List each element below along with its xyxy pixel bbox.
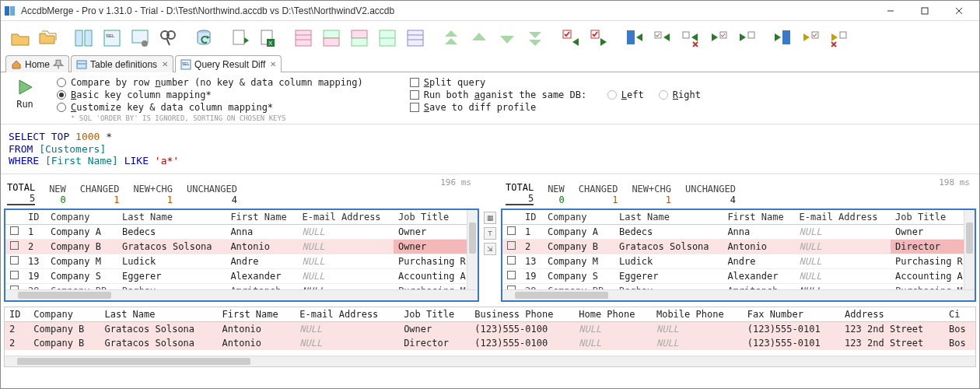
stat-total[interactable]: TOTAL5 — [7, 182, 35, 205]
svg-marker-36 — [472, 33, 486, 40]
check-run-both-box[interactable] — [410, 90, 419, 100]
nav-prev-diff-button[interactable] — [466, 26, 492, 51]
table-row[interactable]: 19Company SEggererAlexanderNULLAccountin… — [502, 268, 975, 283]
merge-right-all-button[interactable] — [769, 26, 796, 51]
check-apply-2-button[interactable] — [586, 26, 612, 51]
radio-basic-key[interactable]: Basic key column mapping* — [57, 89, 363, 100]
grid-view-4-button[interactable] — [374, 26, 401, 51]
query-icon: SEL — [180, 59, 191, 70]
grid-view-1-button[interactable] — [290, 26, 317, 51]
scrollbar-vertical[interactable] — [467, 210, 478, 289]
stat-newchg[interactable]: NEW+CHG1 — [133, 184, 173, 205]
stat-total[interactable]: TOTAL5 — [506, 182, 534, 205]
stat-changed[interactable]: CHANGED1 — [579, 184, 618, 205]
run-button[interactable] — [15, 77, 35, 97]
grid-right-table[interactable]: IDCompanyLast NameFirst NameE-mail Addre… — [502, 210, 975, 299]
svg-marker-38 — [529, 32, 541, 38]
query-options: Split query Run both aganist the same DB… — [410, 77, 701, 122]
stat-unchanged[interactable]: UNCHANGED4 — [187, 184, 237, 205]
svg-rect-17 — [233, 30, 244, 44]
radio-row-number[interactable]: Compare by row number (no key & data col… — [57, 77, 363, 88]
stat-new[interactable]: NEW0 — [548, 184, 565, 205]
svg-marker-43 — [600, 38, 607, 46]
grid-view-5-button[interactable] — [402, 26, 429, 51]
svg-rect-28 — [352, 38, 367, 46]
tab-query-result-diff[interactable]: SEL Query Result Diff ✕ — [175, 55, 282, 72]
grid-mid-tools: ▦ T ⇲ — [482, 205, 498, 305]
grid-view-3-button[interactable] — [346, 26, 373, 51]
minimize-button[interactable] — [873, 2, 908, 20]
tab-home[interactable]: Home — [5, 55, 69, 72]
svg-rect-7 — [85, 30, 92, 46]
merge-right-delete-button[interactable] — [825, 26, 852, 51]
check-save-profile[interactable]: Save to diff profile — [410, 102, 701, 113]
titlebar: AccdbMerge - Pro v 1.31.0 - Trial - D:\T… — [1, 1, 979, 21]
stat-unchanged[interactable]: UNCHANGED4 — [685, 184, 736, 205]
tab-table-definitions[interactable]: Table definitions ✕ — [71, 55, 173, 72]
scrollbar-horizontal[interactable] — [5, 356, 975, 366]
table-row[interactable]: 2Company BGratacos SolsonaAntonioNULLDir… — [502, 239, 975, 254]
table-row[interactable]: 1Company ABedecsAnnaNULLOwner — [502, 224, 975, 239]
app-icon — [4, 5, 16, 17]
svg-text:X: X — [268, 40, 273, 47]
svg-marker-18 — [244, 37, 249, 44]
merge-right-button[interactable] — [733, 26, 760, 51]
table-row[interactable]: 2Company BGratacos SolsonaAntonioNULLOwn… — [5, 239, 478, 254]
scrollbar-vertical[interactable] — [964, 210, 975, 289]
compare-columns-button[interactable] — [71, 26, 97, 51]
database-refresh-button[interactable] — [191, 26, 217, 51]
table-row[interactable]: 13Company MLudickAndreNULLPurchasing R — [5, 254, 478, 268]
svg-rect-6 — [75, 30, 82, 46]
merge-left-check-button[interactable] — [649, 26, 676, 51]
table-row[interactable]: 1Company ABedecsAnnaNULLOwner — [5, 224, 478, 239]
grid-left-table[interactable]: IDCompanyLast NameFirst NameE-mail Addre… — [5, 210, 478, 299]
mapping-hint: * SQL 'ORDER BY' IS IGNORED, SORTING ON … — [71, 114, 363, 122]
select-query-button[interactable]: SEL — [99, 26, 125, 51]
stat-newchg[interactable]: NEW+CHG1 — [632, 184, 671, 205]
close-icon[interactable]: ✕ — [270, 60, 276, 68]
expand-button[interactable]: ⇲ — [484, 243, 496, 255]
export-doc-button[interactable] — [226, 26, 253, 51]
grid-view-2-button[interactable] — [318, 26, 345, 51]
diff-grid-table[interactable]: IDCompanyLast NameFirst NameE-mail Addre… — [5, 307, 975, 350]
merge-left-delete-button[interactable] — [677, 26, 704, 51]
check-apply-1-button[interactable] — [558, 26, 584, 51]
grid-right: IDCompanyLast NameFirst NameE-mail Addre… — [501, 209, 976, 302]
close-button[interactable] — [942, 2, 976, 20]
radio-right-db[interactable]: Right — [659, 89, 701, 100]
nav-next-diff-button[interactable] — [494, 26, 520, 51]
merge-right-check-2-button[interactable] — [797, 26, 824, 51]
stats-right: TOTAL5 NEW0 CHANGED1 NEW+CHG1 UNCHANGED4… — [499, 174, 979, 205]
sync-scroll-button[interactable]: ▦ — [484, 212, 496, 224]
table-row[interactable]: 19Company SEggererAlexanderNULLAccountin… — [5, 268, 478, 283]
stat-changed[interactable]: CHANGED1 — [80, 184, 120, 205]
merge-left-all-button[interactable] — [621, 26, 648, 51]
radio-left-db[interactable]: Left — [607, 89, 644, 100]
svg-rect-1 — [10, 6, 15, 16]
scrollbar-horizontal[interactable] — [502, 289, 975, 300]
find-button[interactable] — [155, 26, 181, 51]
text-mode-button[interactable]: T — [484, 227, 496, 240]
open-file-button[interactable] — [7, 26, 33, 51]
svg-marker-59 — [803, 33, 810, 41]
radio-customize[interactable]: Customize key & data column mapping* — [57, 102, 363, 113]
table-row[interactable]: 2Company BGratacos SolsonaAntonioNULLOwn… — [5, 321, 975, 336]
table-row[interactable]: 2Company BGratacos SolsonaAntonioNULLDir… — [5, 336, 975, 350]
table-settings-button[interactable] — [127, 26, 153, 51]
svg-rect-27 — [352, 30, 367, 38]
grids-row: IDCompanyLast NameFirst NameE-mail Addre… — [1, 205, 979, 305]
nav-last-diff-button[interactable] — [522, 26, 548, 51]
export-excel-button[interactable]: X — [254, 26, 281, 51]
check-split-query[interactable]: Split query — [410, 77, 701, 88]
maximize-button[interactable] — [908, 2, 942, 20]
svg-rect-64 — [77, 61, 86, 68]
open-files-button[interactable] — [35, 26, 61, 51]
scrollbar-horizontal[interactable] — [5, 289, 478, 300]
close-icon[interactable]: ✕ — [162, 60, 168, 68]
sql-editor[interactable]: SELECT TOP 1000 * FROM [Customers] WHERE… — [1, 124, 979, 174]
nav-first-diff-button[interactable] — [438, 26, 464, 51]
table-row[interactable]: 13Company MLudickAndreNULLPurchasing R — [502, 254, 975, 268]
stat-new[interactable]: NEW0 — [49, 184, 66, 205]
window-title: AccdbMerge - Pro v 1.31.0 - Trial - D:\T… — [21, 5, 873, 16]
merge-right-check-button[interactable] — [705, 26, 732, 51]
